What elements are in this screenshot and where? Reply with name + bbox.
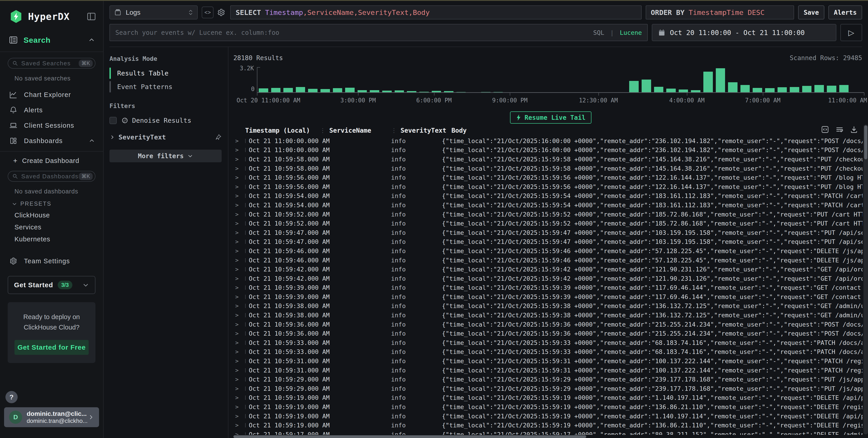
saved-dashboards-input[interactable]: Saved Dashboards ⌘K xyxy=(8,171,95,182)
column-resize-handle[interactable]: ⋮ xyxy=(442,127,448,134)
vertical-scrollbar[interactable] xyxy=(864,125,868,434)
saved-searches-input[interactable]: Saved Searches ⌘K xyxy=(8,58,95,69)
row-expander-icon[interactable]: > xyxy=(234,376,245,383)
create-dashboard-button[interactable]: + Create Dashboard xyxy=(13,157,103,165)
table-row[interactable]: >Oct 21 10:59:36.000 AMinfo{"time_local"… xyxy=(234,329,863,338)
sidebar-item-client-sessions[interactable]: Client Sessions xyxy=(0,118,103,133)
row-expander-icon[interactable]: > xyxy=(234,394,245,401)
tab-event-patterns[interactable]: Event Patterns xyxy=(110,81,222,93)
sidebar-preset-kubernetes[interactable]: Kubernetes xyxy=(14,236,103,243)
row-expander-icon[interactable]: > xyxy=(234,413,245,419)
table-row[interactable]: >Oct 21 10:59:54.000 AMinfo{"time_local"… xyxy=(234,200,863,210)
histogram-bar[interactable] xyxy=(728,82,738,93)
table-row[interactable]: >Oct 21 10:59:17.000 AMinfo{"time_local"… xyxy=(234,430,863,435)
presets-header[interactable]: PRESETS xyxy=(12,200,103,207)
run-query-button[interactable]: ▷ xyxy=(840,24,862,41)
row-expander-icon[interactable]: > xyxy=(234,321,245,328)
tab-results-table[interactable]: Results Table xyxy=(110,68,222,79)
table-row[interactable]: >Oct 21 10:59:42.000 AMinfo{"time_local"… xyxy=(234,274,863,283)
row-expander-icon[interactable]: > xyxy=(234,238,245,245)
get-started-free-button[interactable]: Get Started for Free xyxy=(14,340,89,355)
row-expander-icon[interactable]: > xyxy=(234,266,245,273)
column-resize-handle[interactable]: ⋮ xyxy=(391,127,397,134)
row-expander-icon[interactable]: > xyxy=(234,303,245,309)
table-row[interactable]: >Oct 21 10:59:19.000 AMinfo{"time_local"… xyxy=(234,402,863,411)
download-icon[interactable] xyxy=(850,126,858,134)
sidebar-item-search[interactable]: Search xyxy=(0,35,103,45)
row-expander-icon[interactable]: > xyxy=(234,183,245,190)
row-expander-icon[interactable]: > xyxy=(234,358,245,364)
scrollbar-thumb[interactable] xyxy=(864,126,867,159)
table-row[interactable]: >Oct 21 10:59:19.000 AMinfo{"time_local"… xyxy=(234,393,863,403)
table-row[interactable]: >Oct 21 10:59:31.000 AMinfo{"time_local"… xyxy=(234,357,863,366)
row-expander-icon[interactable]: > xyxy=(234,147,245,153)
order-by-input[interactable]: ORDER BY TimestampTime DESC xyxy=(646,5,794,20)
row-expander-icon[interactable]: > xyxy=(234,284,245,291)
column-header-body[interactable]: ⋮Body xyxy=(442,127,863,134)
sidebar-item-alerts[interactable]: Alerts xyxy=(0,103,103,117)
table-row[interactable]: >Oct 21 10:59:38.000 AMinfo{"time_local"… xyxy=(234,302,863,311)
select-columns-input[interactable]: SELECT Timestamp,ServiceName,SeverityTex… xyxy=(230,5,642,20)
table-row[interactable]: >Oct 21 10:59:58.000 AMinfo{"time_local"… xyxy=(234,155,863,164)
row-expander-icon[interactable]: > xyxy=(234,431,245,435)
row-expander-icon[interactable]: > xyxy=(234,275,245,282)
denoise-checkbox[interactable] xyxy=(110,117,117,124)
row-expander-icon[interactable]: > xyxy=(234,165,245,172)
table-row[interactable]: >Oct 21 10:59:47.000 AMinfo{"time_local"… xyxy=(234,237,863,246)
column-resize-handle[interactable]: ⋮ xyxy=(320,127,326,134)
lucene-mode-toggle[interactable]: Lucene xyxy=(620,29,642,36)
row-expander-icon[interactable]: > xyxy=(234,312,245,318)
table-row[interactable]: >Oct 21 10:59:33.000 AMinfo{"time_local"… xyxy=(234,338,863,347)
get-started-dropdown[interactable]: Get Started 3/3 xyxy=(8,276,95,294)
histogram-bar[interactable] xyxy=(814,85,824,93)
table-row[interactable]: >Oct 21 10:59:19.000 AMinfo{"time_local"… xyxy=(234,420,863,430)
row-expander-icon[interactable]: > xyxy=(234,404,245,410)
sidebar-item-chart-explorer[interactable]: Chart Explorer xyxy=(0,88,103,102)
row-expander-icon[interactable]: > xyxy=(234,138,245,144)
row-expander-icon[interactable]: > xyxy=(234,229,245,236)
column-header-timestamp[interactable]: Timestamp (Local) xyxy=(245,127,320,134)
help-button[interactable]: ? xyxy=(5,391,18,403)
row-expander-icon[interactable]: > xyxy=(234,339,245,346)
alerts-button[interactable]: Alerts xyxy=(829,5,862,20)
more-filters-button[interactable]: More filters xyxy=(110,149,222,162)
histogram-bar[interactable] xyxy=(740,85,750,93)
row-expander-icon[interactable]: > xyxy=(234,294,245,300)
collapse-sidebar-icon[interactable] xyxy=(86,11,96,22)
table-row[interactable]: >Oct 21 10:59:29.000 AMinfo{"time_local"… xyxy=(234,384,863,393)
sql-mode-toggle[interactable]: SQL xyxy=(593,29,604,36)
table-row[interactable]: >Oct 21 10:59:39.000 AMinfo{"time_local"… xyxy=(234,283,863,293)
table-row[interactable]: >Oct 21 10:59:56.000 AMinfo{"time_local"… xyxy=(234,173,863,182)
table-row[interactable]: >Oct 21 10:59:52.000 AMinfo{"time_local"… xyxy=(234,219,863,228)
row-expander-icon[interactable]: > xyxy=(234,156,245,163)
row-expander-icon[interactable]: > xyxy=(234,248,245,254)
table-row[interactable]: >Oct 21 10:59:42.000 AMinfo{"time_local"… xyxy=(234,265,863,274)
histogram-bar[interactable] xyxy=(703,72,713,93)
horizontal-scrollbar[interactable] xyxy=(234,435,586,438)
user-menu[interactable]: D dominic.tran@clic... dominic.tran@clic… xyxy=(4,407,99,427)
row-expander-icon[interactable]: > xyxy=(234,257,245,264)
row-expander-icon[interactable]: > xyxy=(234,193,245,199)
sidebar-preset-services[interactable]: Services xyxy=(14,224,103,231)
histogram-bar[interactable] xyxy=(716,68,725,93)
histogram-bar[interactable] xyxy=(839,85,849,93)
table-row[interactable]: >Oct 21 10:59:56.000 AMinfo{"time_local"… xyxy=(234,182,863,192)
events-histogram[interactable]: 3.2K 0 Oct 20 11:00:00 AM3:00:00 PM6:00:… xyxy=(234,64,864,104)
code-view-icon[interactable] xyxy=(821,126,829,134)
table-row[interactable]: >Oct 21 10:59:36.000 AMinfo{"time_local"… xyxy=(234,320,863,329)
table-row[interactable]: >Oct 21 11:00:00.000 AMinfo{"time_local"… xyxy=(234,136,863,145)
severity-facet-toggle[interactable]: SeverityText xyxy=(110,133,222,141)
row-expander-icon[interactable]: > xyxy=(234,348,245,355)
row-expander-icon[interactable]: > xyxy=(234,211,245,217)
table-row[interactable]: >Oct 21 11:00:00.000 AMinfo{"time_local"… xyxy=(234,145,863,155)
table-row[interactable]: >Oct 21 10:59:19.000 AMinfo{"time_local"… xyxy=(234,411,863,421)
source-select[interactable]: Logs xyxy=(110,5,198,20)
row-expander-icon[interactable]: > xyxy=(234,422,245,429)
table-row[interactable]: >Oct 21 10:59:38.000 AMinfo{"time_local"… xyxy=(234,310,863,320)
histogram-bar[interactable] xyxy=(629,81,639,93)
table-row[interactable]: >Oct 21 10:59:46.000 AMinfo{"time_local"… xyxy=(234,256,863,265)
table-row[interactable]: >Oct 21 10:59:46.000 AMinfo{"time_local"… xyxy=(234,246,863,256)
pin-icon[interactable] xyxy=(215,134,222,141)
histogram-bar[interactable] xyxy=(654,87,663,93)
sidebar-item-dashboards[interactable]: Dashboards xyxy=(0,134,103,148)
